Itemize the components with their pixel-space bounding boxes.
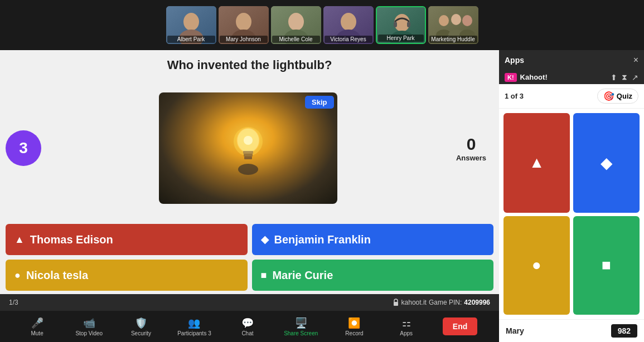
participants-bar: Albert Park Mary Johnson Michelle Cole (0, 0, 644, 50)
question-header: Who invented the lightbulb? (0, 50, 499, 77)
choice-label: Thomas Edison (30, 233, 113, 246)
participant-name: Michelle Cole (272, 36, 320, 43)
toolbar: 🎤 Mute 📹 Stop Video 🛡️ Security 👥 Partic… (0, 311, 499, 342)
status-bar: 1/3 kahoot.it Game PIN: 4209996 (0, 294, 499, 311)
mute-label: Mute (31, 330, 43, 336)
apps-control[interactable]: ⚏ Apps (391, 317, 422, 336)
share-screen-icon: 🖥️ (295, 317, 307, 329)
kahoot-external-button[interactable]: ↗ (632, 72, 638, 82)
participant-thumb[interactable]: Victoria Reyes (323, 6, 374, 44)
svg-rect-29 (244, 157, 252, 159)
answers-count-display: 0 Answers (449, 77, 493, 219)
panel-topbar: Apps × (499, 50, 644, 70)
record-control[interactable]: ⏺️ Record (338, 317, 370, 336)
share-screen-control[interactable]: 🖥️ Share Screen (284, 317, 318, 336)
kahoot-logo: K! (505, 73, 517, 82)
panel-title: Apps (505, 56, 524, 65)
timer-circle: 3 (6, 130, 41, 166)
mute-control[interactable]: 🎤 Mute (22, 317, 53, 336)
svg-rect-16 (407, 22, 410, 27)
video-control[interactable]: 📹 Stop Video (74, 317, 105, 336)
share-label: Share Screen (284, 330, 318, 336)
question-image: Skip (159, 92, 337, 204)
security-label: Security (131, 330, 151, 336)
svg-point-7 (288, 13, 304, 31)
kahoot-answer-grid: ▲ ◆ ● ■ (499, 109, 644, 319)
video-icon: 📹 (83, 317, 95, 329)
panel-progress: 1 of 3 (505, 92, 524, 100)
record-label: Record (345, 330, 363, 336)
choice-button-benjamin-franklin[interactable]: ◆ Benjamin Franklin (252, 224, 494, 255)
kahoot-cell-yellow[interactable]: ● (503, 216, 570, 315)
svg-point-10 (341, 13, 356, 31)
progress-indicator: 1/3 (9, 299, 18, 306)
participant-thumb[interactable]: Albert Park (166, 6, 216, 44)
participant-name: Marketing Huddle (429, 36, 477, 43)
quiz-label: Quiz (617, 92, 632, 100)
diamond-icon: ◆ (261, 233, 269, 246)
svg-point-1 (183, 13, 199, 31)
kahoot-name: Kahoot! (520, 73, 548, 81)
circle-icon: ● (14, 270, 21, 281)
right-panel: Apps × K! Kahoot! ⬆ ⧗ ↗ 1 of 3 🎯 Quiz ▲ … (499, 50, 644, 342)
choice-button-nicola-tesla[interactable]: ● Nicola tesla (6, 260, 248, 291)
svg-rect-27 (243, 151, 253, 154)
choice-button-thomas-edison[interactable]: ▲ Thomas Edison (6, 224, 248, 255)
participant-name: Victoria Reyes (325, 36, 372, 43)
apps-label: Apps (400, 330, 413, 336)
kahoot-cell-green[interactable]: ■ (573, 216, 640, 315)
participant-thumb[interactable]: Michelle Cole (271, 6, 321, 44)
choice-label: Benjamin Franklin (274, 233, 371, 246)
participant-thumb[interactable]: Marketing Huddle (428, 6, 478, 44)
main-area: Who invented the lightbulb? 3 (0, 50, 644, 342)
svg-rect-31 (394, 302, 398, 306)
svg-point-4 (236, 13, 251, 31)
participants-label: Participants 3 (177, 330, 211, 336)
security-icon: 🛡️ (135, 317, 147, 329)
participant-thumb[interactable]: Mary Johnson (219, 6, 269, 44)
user-score-row: Mary 982 (499, 319, 644, 342)
user-name: Mary (506, 326, 524, 335)
participant-name: Mary Johnson (220, 36, 268, 43)
participant-thumb[interactable]: Henry Park (376, 6, 426, 44)
image-container: Skip (47, 77, 449, 219)
end-button[interactable]: End (443, 317, 477, 335)
kahoot-filter-button[interactable]: ⧗ (622, 72, 627, 82)
question-body: 3 (0, 77, 499, 222)
content-area: Who invented the lightbulb? 3 (0, 50, 499, 342)
kahoot-bar: K! Kahoot! ⬆ ⧗ ↗ (499, 70, 644, 84)
svg-rect-15 (394, 22, 397, 27)
pin-prefix: Game PIN: (429, 299, 462, 306)
mic-icon: 🎤 (31, 317, 43, 329)
lightbulb-image (159, 92, 337, 204)
game-pin-area: kahoot.it Game PIN: 4209996 (393, 299, 490, 306)
answers-label: Answers (456, 154, 486, 162)
svg-point-18 (439, 15, 449, 26)
record-icon: ⏺️ (348, 317, 360, 329)
square-icon: ■ (261, 270, 267, 281)
choice-label: Nicola tesla (26, 269, 88, 282)
pin-number: 4209996 (464, 299, 490, 306)
user-score: 982 (611, 324, 637, 338)
apps-icon: ⚏ (402, 317, 411, 329)
svg-point-30 (238, 164, 258, 175)
skip-button[interactable]: Skip (305, 96, 333, 109)
participants-control[interactable]: 👥 Participants 3 (177, 317, 211, 336)
participants-icon: 👥 (188, 317, 200, 329)
security-control[interactable]: 🛡️ Security (125, 317, 157, 336)
chat-icon: 💬 (241, 317, 254, 329)
video-label: Stop Video (75, 330, 103, 336)
site-name: kahoot.it (401, 299, 427, 306)
svg-point-20 (451, 14, 461, 25)
triangle-icon: ▲ (14, 234, 25, 246)
quiz-icon: 🎯 (603, 91, 614, 101)
question-text: Who invented the lightbulb? (11, 58, 488, 72)
kahoot-cell-blue[interactable]: ◆ (573, 113, 640, 213)
chat-control[interactable]: 💬 Chat (232, 317, 263, 336)
kahoot-present-button[interactable]: ⬆ (611, 72, 617, 82)
panel-close-button[interactable]: × (633, 55, 638, 65)
kahoot-cell-red[interactable]: ▲ (503, 113, 570, 213)
choice-button-marie-curie[interactable]: ■ Marie Curie (252, 260, 494, 291)
answers-number: 0 (467, 135, 476, 154)
participant-name: Henry Park (378, 35, 424, 42)
